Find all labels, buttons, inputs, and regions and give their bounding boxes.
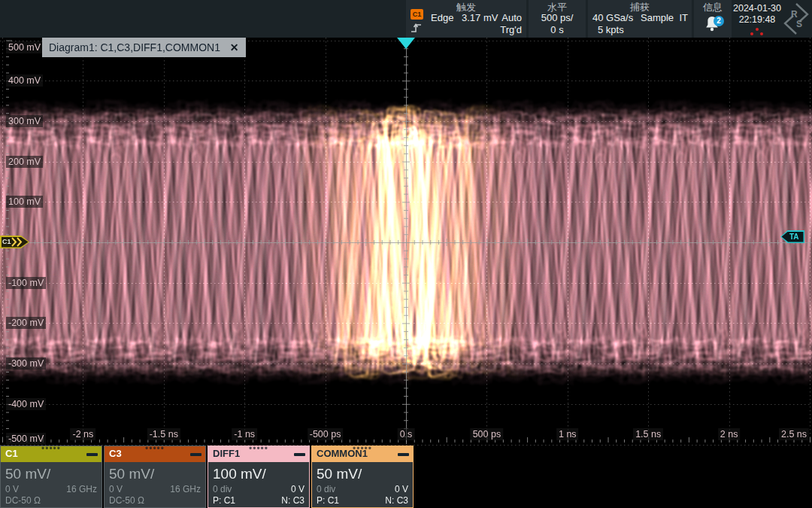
y-axis-label: -400 mV [6, 398, 46, 410]
trigger-section[interactable]: 触发 C1 Edge 3.17 mV Auto Trg'd [406, 0, 526, 38]
drag-grip-icon[interactable]: ••••• [145, 443, 165, 454]
y-axis-label: -300 mV [6, 357, 46, 370]
oscilloscope-screen: 触发 C1 Edge 3.17 mV Auto Trg'd 水平 500 ps/… [0, 0, 812, 508]
minimize-handle-icon[interactable] [86, 453, 98, 456]
horizontal-section[interactable]: 水平 500 ps/ 0 s [529, 0, 586, 38]
signal-detail-row: DC-50 Ω [109, 495, 201, 506]
horizontal-position: 0 s [529, 24, 586, 35]
svg-text:R: R [791, 9, 798, 20]
signal-name: C1 [5, 448, 18, 459]
signal-detail: 0 div [317, 484, 335, 495]
vertical-scale: 50 mV/ [5, 464, 97, 484]
y-axis-label: -100 mV [6, 277, 46, 289]
trigger-level: 3.17 mV [462, 12, 498, 23]
waveform-graticule[interactable] [0, 38, 812, 446]
signal-detail-row: 0 V16 GHz [109, 484, 201, 495]
minimize-handle-icon[interactable] [294, 453, 305, 456]
signal-detail: 16 GHz [66, 484, 97, 495]
vertical-scale: 50 mV/ [109, 464, 201, 484]
horizontal-scale: 500 ps/ [529, 12, 586, 23]
top-status-bar: 触发 C1 Edge 3.17 mV Auto Trg'd 水平 500 ps/… [0, 0, 812, 39]
x-axis-label: 2 ns [718, 428, 741, 440]
drag-grip-icon[interactable]: ••••• [353, 443, 372, 454]
time-text: 22:19:48 [732, 14, 783, 26]
trigger-type: Edge [431, 12, 453, 23]
signal-badge-diff1[interactable]: DIFF1•••••100 mV/0 div0 VP: C1N: C3 [208, 446, 310, 508]
signal-detail: P: C1 [213, 495, 235, 506]
acquisition-mode: Sample [641, 12, 674, 23]
signal-badge-body: 50 mV/0 V16 GHzDC-50 Ω [1, 462, 102, 507]
signal-badge-header[interactable]: C1••••• [1, 446, 102, 462]
info-title: 信息 [694, 1, 732, 14]
clock[interactable]: 2024-01-30 22:19:48 [732, 0, 783, 38]
channel-offset-marker[interactable]: C1 [0, 236, 29, 248]
signal-name: DIFF1 [213, 448, 240, 459]
y-axis-label: -200 mV [6, 317, 46, 329]
trigger-mode: Auto [501, 12, 522, 23]
x-axis-label: 2.5 ns [779, 428, 809, 440]
signal-badge-header[interactable]: C3••••• [105, 446, 205, 462]
y-axis-label: 500 mV [6, 41, 43, 53]
signal-detail: N: C3 [281, 495, 304, 506]
acquisition-section[interactable]: 捕获 40 GSa/s Sample IT 5 kpts [588, 0, 692, 38]
signal-badge-body: 50 mV/0 V16 GHzDC-50 Ω [105, 462, 205, 507]
signal-detail-row: P: C1N: C3 [317, 495, 408, 506]
rohde-schwarz-logo-icon: R S [782, 2, 810, 39]
x-axis-label: -500 ps [308, 428, 344, 440]
y-axis-label: 300 mV [6, 115, 43, 127]
signal-badge-header[interactable]: COMMON1••••• [312, 446, 413, 462]
trigger-level-marker[interactable]: TA [780, 230, 804, 243]
signal-badge-bar: C1•••••50 mV/0 V16 GHzDC-50 ΩC3•••••50 m… [0, 446, 414, 508]
record-length: 5 kpts [598, 24, 624, 35]
x-axis-label: 500 ps [471, 428, 504, 440]
signal-badge-header[interactable]: DIFF1••••• [208, 446, 309, 462]
svg-text:S: S [796, 19, 802, 29]
trigger-marker-label: TA [789, 233, 799, 241]
trigger-position-marker[interactable] [397, 38, 415, 49]
status-led-icon [750, 28, 765, 37]
y-axis-label: 200 mV [6, 156, 43, 168]
signal-detail-row: 0 div0 V [213, 484, 304, 495]
x-axis-label: 0 s [398, 428, 415, 440]
diagram-tab[interactable]: Diagram1: C1,C3,DIFF1,COMMON1 ✕ [42, 38, 246, 57]
signal-detail: 0 V [291, 484, 304, 495]
date-text: 2024-01-30 [732, 3, 783, 14]
signal-badge-body: 50 mV/0 div0 VP: C1N: C3 [312, 462, 413, 507]
signal-detail-row: DC-50 Ω [5, 495, 97, 506]
diagram-area: 500 mV400 mV300 mV200 mV100 mV-100 mV-20… [0, 38, 812, 446]
signal-badge-c3[interactable]: C3•••••50 mV/0 V16 GHzDC-50 Ω [104, 446, 206, 508]
drag-grip-icon[interactable]: ••••• [249, 443, 268, 454]
signal-detail: N: C3 [385, 495, 408, 506]
x-axis-label: -2 ns [70, 428, 95, 440]
info-section[interactable]: 信息 2 [694, 0, 732, 38]
minimize-handle-icon[interactable] [190, 453, 201, 456]
channel-marker-label: C1 [2, 238, 11, 245]
signal-detail-row: 0 div0 V [317, 484, 408, 495]
signal-detail: DC-50 Ω [109, 495, 144, 506]
vertical-scale: 100 mV/ [213, 464, 304, 484]
trigger-state: Trg'd [500, 24, 522, 35]
rising-edge-icon [410, 21, 423, 38]
y-axis-label: 100 mV [6, 196, 43, 208]
x-axis-label: -1 ns [232, 428, 257, 440]
diagram-tab-label: Diagram1: C1,C3,DIFF1,COMMON1 [49, 41, 220, 53]
vertical-scale: 50 mV/ [317, 464, 408, 484]
signal-name: C3 [109, 448, 122, 459]
decimation-mode: IT [679, 12, 688, 23]
signal-badge-common1[interactable]: COMMON1•••••50 mV/0 div0 VP: C1N: C3 [311, 446, 414, 508]
signal-detail-row: 0 V16 GHz [5, 484, 97, 495]
trigger-source-badge: C1 [411, 9, 423, 20]
sample-rate: 40 GSa/s [592, 12, 633, 23]
signal-detail: 16 GHz [170, 484, 201, 495]
drag-grip-icon[interactable]: ••••• [41, 443, 61, 454]
close-icon[interactable]: ✕ [230, 41, 239, 53]
chevron-right-icon [11, 237, 26, 247]
x-axis-label: 1 ns [556, 428, 579, 440]
y-axis-label: 400 mV [6, 75, 43, 87]
minimize-handle-icon[interactable] [398, 453, 409, 456]
x-axis-label: 1.5 ns [633, 428, 663, 440]
notification-count-badge: 2 [714, 16, 724, 26]
signal-detail: 0 V [395, 484, 408, 495]
signal-badge-c1[interactable]: C1•••••50 mV/0 V16 GHzDC-50 Ω [0, 446, 102, 508]
signal-detail: 0 V [5, 484, 19, 495]
